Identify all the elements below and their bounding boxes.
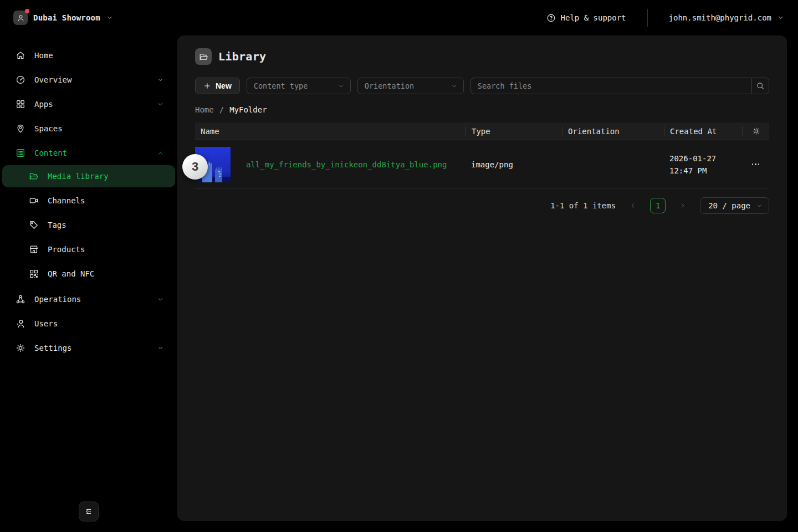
sidebar-item-label: Settings <box>34 344 148 352</box>
network-icon <box>16 294 25 304</box>
sidebar-item-label: Content <box>34 149 148 157</box>
orientation-placeholder: Orientation <box>365 81 414 90</box>
table-header: Name Type Orientation Created At <box>195 122 769 140</box>
file-name-link[interactable]: all_my_friends_by_inickeon_dd8itya_blue.… <box>246 160 447 169</box>
org-switcher[interactable]: Dubai Showroom <box>13 11 114 25</box>
sidebar-item-overview[interactable]: Overview <box>0 68 177 92</box>
sidebar-item-label: Tags <box>48 221 66 229</box>
help-label: Help & support <box>561 13 626 22</box>
page-number-button[interactable]: 1 <box>650 198 666 213</box>
chevron-down-icon <box>451 83 458 90</box>
user-star-icon <box>16 319 25 329</box>
breadcrumb-separator: / <box>219 105 224 114</box>
account-menu[interactable]: john.smith@phygrid.com <box>669 13 785 22</box>
search-button[interactable] <box>751 78 769 94</box>
user-email: john.smith@phygrid.com <box>669 13 771 22</box>
chevron-down-icon <box>337 83 345 90</box>
chevron-down-icon <box>756 202 763 209</box>
sidebar-item-label: Products <box>48 245 85 254</box>
search-input[interactable] <box>470 78 751 94</box>
table-settings-button[interactable] <box>742 126 769 136</box>
person-icon <box>17 14 25 22</box>
created-date: 2026-01-27 <box>669 152 736 165</box>
sidebar-item-label: Operations <box>34 295 148 304</box>
chevron-down-icon <box>157 76 164 84</box>
collapse-sidebar-button[interactable] <box>79 502 99 521</box>
chevron-down-icon <box>157 101 164 108</box>
sidebar-item-home[interactable]: Home <box>0 43 177 68</box>
sidebar-item-products[interactable]: Products <box>2 238 175 260</box>
row-actions-button[interactable] <box>742 163 769 165</box>
page-header: Library <box>195 48 769 65</box>
annotation-badge: 3 <box>182 154 208 180</box>
content-type-select[interactable]: Content type <box>247 78 351 94</box>
sidebar-item-label: Overview <box>34 75 148 84</box>
sidebar-item-channels[interactable]: Channels <box>2 190 175 212</box>
sidebar-item-media-library[interactable]: Media library <box>2 165 175 187</box>
file-type-cell: image/png <box>466 160 562 169</box>
breadcrumb-home[interactable]: Home <box>195 105 214 114</box>
org-name: Dubai Showroom <box>33 13 100 22</box>
chevron-down-icon <box>106 14 114 22</box>
library-folder-badge <box>195 48 212 65</box>
sidebar-item-label: Users <box>34 319 164 328</box>
column-header-orientation: Orientation <box>562 126 664 136</box>
column-header-type: Type <box>466 126 562 136</box>
sidebar-item-spaces[interactable]: Spaces <box>0 116 177 141</box>
sidebar-item-users[interactable]: Users <box>0 311 177 336</box>
created-time: 12:47 PM <box>669 165 736 177</box>
tag-icon <box>29 220 39 230</box>
notification-dot <box>25 9 29 13</box>
search-icon <box>756 81 765 90</box>
folder-open-icon <box>199 52 208 62</box>
ellipsis-icon <box>752 163 754 165</box>
column-header-created-at: Created At <box>664 126 742 136</box>
new-button-label: New <box>216 81 232 90</box>
sidebar: Home Overview Apps Spaces Content Media … <box>0 35 177 532</box>
chevron-down-icon <box>157 296 164 303</box>
sidebar-item-label: QR and NFC <box>48 269 94 278</box>
toolbar: New Content type Orientation <box>195 78 769 94</box>
next-page-button[interactable] <box>679 202 687 209</box>
topbar: Dubai Showroom Help & support john.smith… <box>0 0 798 35</box>
chevron-down-icon <box>777 14 785 22</box>
orientation-select[interactable]: Orientation <box>357 78 464 94</box>
help-link[interactable]: Help & support <box>546 13 626 23</box>
sidebar-item-apps[interactable]: Apps <box>0 92 177 116</box>
map-pin-icon <box>16 124 25 134</box>
pagination-summary: 1-1 of 1 items <box>550 201 616 210</box>
content-list-icon <box>16 148 25 158</box>
sidebar-item-label: Media library <box>48 172 109 181</box>
chevron-down-icon <box>157 345 164 352</box>
sidebar-item-label: Home <box>34 51 164 60</box>
topbar-right: Help & support john.smith@phygrid.com <box>546 9 785 27</box>
pagination: 1-1 of 1 items 1 20 / page <box>195 197 769 214</box>
topbar-divider <box>647 9 648 27</box>
sidebar-item-operations[interactable]: Operations <box>0 287 177 311</box>
column-header-name: Name <box>195 126 466 136</box>
file-created-at-cell: 2026-01-27 12:47 PM <box>664 152 742 177</box>
folder-open-icon <box>29 171 39 181</box>
chevron-left-icon <box>629 202 637 209</box>
sidebar-item-label: Channels <box>48 196 85 205</box>
breadcrumb-current: MyFolder <box>229 105 267 114</box>
qr-code-icon <box>29 269 39 279</box>
table-row[interactable]: all_my_friends_by_inickeon_dd8itya_blue.… <box>195 140 769 189</box>
chevron-up-icon <box>157 150 164 157</box>
new-button[interactable]: New <box>195 78 240 94</box>
page-title: Library <box>218 50 266 63</box>
search-group <box>470 78 769 94</box>
sidebar-item-tags[interactable]: Tags <box>2 214 175 236</box>
previous-page-button[interactable] <box>629 202 637 209</box>
sidebar-item-settings[interactable]: Settings <box>0 336 177 360</box>
storefront-icon <box>29 244 39 254</box>
plus-icon <box>203 82 211 90</box>
sidebar-item-qr-nfc[interactable]: QR and NFC <box>2 263 175 285</box>
gauge-icon <box>16 75 25 85</box>
gear-icon <box>16 343 25 353</box>
page-size-select[interactable]: 20 / page <box>700 197 769 214</box>
sidebar-item-content[interactable]: Content <box>0 141 177 165</box>
video-camera-icon <box>29 196 39 206</box>
content-type-placeholder: Content type <box>254 81 308 90</box>
grid-icon <box>16 99 25 109</box>
